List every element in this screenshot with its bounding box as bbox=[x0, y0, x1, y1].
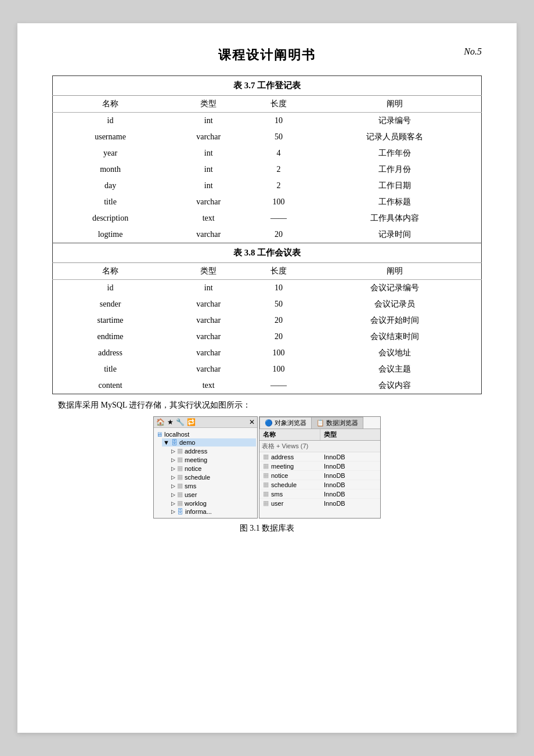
cell-length: 50 bbox=[249, 129, 308, 145]
section-label: 表格 + Views (7) bbox=[259, 441, 380, 452]
right-tabs: 🔵 对象浏览器 📋 数据浏览器 bbox=[259, 417, 380, 429]
cell-length: 10 bbox=[249, 113, 308, 129]
row-type: InnoDB bbox=[324, 472, 377, 479]
cell-type: varchar bbox=[168, 345, 249, 361]
table-row: sender varchar 50 会议记录员 bbox=[53, 296, 482, 312]
cell-desc: 记录人员顾客名 bbox=[308, 129, 481, 145]
table-icon: ▦ bbox=[177, 482, 183, 489]
cell-type: varchar bbox=[168, 194, 249, 210]
right-row-user[interactable]: ▦ user InnoDB bbox=[259, 499, 380, 507]
tab-object-browser[interactable]: 🔵 对象浏览器 bbox=[259, 417, 311, 429]
table2-title: 表 3.8 工作会议表 bbox=[53, 243, 482, 263]
tree-item-meeting[interactable]: ▷ ▦ meeting bbox=[170, 455, 256, 464]
right-row-schedule[interactable]: ▦ schedule InnoDB bbox=[259, 480, 380, 489]
tree-panel: 🖥 localhost ▼ 🗄 demo ▷ bbox=[154, 428, 257, 518]
cell-name: title bbox=[53, 194, 168, 210]
cell-type: int bbox=[168, 178, 249, 194]
right-row-meeting[interactable]: ▦ meeting InnoDB bbox=[259, 462, 380, 471]
table-icon: ▦ bbox=[263, 499, 269, 507]
tree-label: worklog bbox=[185, 500, 207, 507]
cell-type: text bbox=[168, 377, 249, 394]
row-name: sms bbox=[271, 491, 324, 498]
table-row: startime varchar 20 会议开始时间 bbox=[53, 312, 482, 329]
col-length-2: 长度 bbox=[249, 263, 308, 280]
cell-name: day bbox=[53, 178, 168, 194]
tree-item-information[interactable]: ▷ 🗄 informa... bbox=[170, 507, 256, 516]
db-icon: 🗄 bbox=[171, 439, 178, 446]
col-type-1: 类型 bbox=[168, 96, 249, 113]
table-icon: ▦ bbox=[177, 499, 183, 507]
right-row-notice[interactable]: ▦ notice InnoDB bbox=[259, 471, 380, 480]
cell-name: username bbox=[53, 129, 168, 145]
cell-type: varchar bbox=[168, 226, 249, 243]
tree-label: sms bbox=[185, 483, 196, 489]
cell-desc: 会议主题 bbox=[308, 361, 481, 377]
cell-length: 20 bbox=[249, 312, 308, 329]
table-icon: ▦ bbox=[263, 471, 269, 479]
row-name: user bbox=[271, 500, 324, 507]
collapse-arrow: ▷ bbox=[171, 474, 175, 480]
cell-desc: 工作具体内容 bbox=[308, 210, 481, 226]
row-type: InnoDB bbox=[324, 463, 377, 470]
tree-item-demo[interactable]: ▼ 🗄 demo bbox=[162, 438, 256, 447]
fig-caption: 图 3.1 数据库表 bbox=[52, 523, 482, 534]
cell-length: 2 bbox=[249, 178, 308, 194]
cell-name: month bbox=[53, 161, 168, 178]
screenshot-box: 🏠 ★ 🔧 🔁 ✕ 🖥 localhost bbox=[153, 416, 381, 519]
col-length-1: 长度 bbox=[249, 96, 308, 113]
screenshot-container: 🏠 ★ 🔧 🔁 ✕ 🖥 localhost bbox=[52, 416, 482, 519]
close-icon[interactable]: ✕ bbox=[249, 418, 255, 426]
cell-length: 20 bbox=[249, 329, 308, 345]
cell-desc: 工作标题 bbox=[308, 194, 481, 210]
cell-desc: 工作月份 bbox=[308, 161, 481, 178]
right-panel: 🔵 对象浏览器 📋 数据浏览器 名称 类型 表格 + V bbox=[259, 416, 381, 519]
table-icon: ▦ bbox=[177, 465, 183, 472]
cell-length: 20 bbox=[249, 226, 308, 243]
tree-item-user[interactable]: ▷ ▦ user bbox=[170, 490, 256, 499]
cell-name: logtime bbox=[53, 226, 168, 243]
cell-type: varchar bbox=[168, 129, 249, 145]
cell-name: endtime bbox=[53, 329, 168, 345]
table2-header-row: 表 3.8 工作会议表 bbox=[53, 243, 482, 263]
tree-item-schedule[interactable]: ▷ ▦ schedule bbox=[170, 473, 256, 481]
page-title: 课程设计阐明书 bbox=[218, 46, 316, 64]
tab-label: 对象浏览器 bbox=[275, 419, 306, 427]
page-number: No.5 bbox=[464, 46, 482, 57]
cell-length: 4 bbox=[249, 145, 308, 161]
refresh-icon: 🔁 bbox=[187, 418, 196, 426]
tree-item-sms[interactable]: ▷ ▦ sms bbox=[170, 481, 256, 490]
row-name: schedule bbox=[271, 481, 324, 488]
tab-data-browser[interactable]: 📋 数据浏览器 bbox=[311, 417, 363, 429]
row-type: InnoDB bbox=[324, 453, 377, 460]
col-name-2: 名称 bbox=[53, 263, 168, 280]
tree-label: schedule bbox=[185, 474, 210, 481]
tree-label: demo bbox=[179, 439, 196, 446]
table-row: address varchar 100 会议地址 bbox=[53, 345, 482, 361]
cell-type: varchar bbox=[168, 296, 249, 312]
cell-desc: 记录编号 bbox=[308, 113, 481, 129]
cell-name: startime bbox=[53, 312, 168, 329]
cell-type: varchar bbox=[168, 329, 249, 345]
table1-header-row: 表 3.7 工作登记表 bbox=[53, 76, 482, 96]
tree-item-address[interactable]: ▷ ▦ address bbox=[170, 447, 256, 455]
table-icon: ▦ bbox=[177, 447, 183, 455]
table-icon: ▦ bbox=[177, 491, 183, 498]
row-name: address bbox=[271, 453, 324, 460]
tree-item-localhost[interactable]: 🖥 localhost bbox=[155, 430, 256, 438]
server-icon: 🖥 bbox=[156, 431, 163, 438]
table-icon: ▦ bbox=[263, 453, 269, 460]
bottom-text: 数据库采用 MySQL 进行存储，其实行状况如图所示： bbox=[52, 400, 482, 411]
tree-label: informa... bbox=[185, 508, 212, 515]
table-icon: ▦ bbox=[177, 473, 183, 481]
table-icon: ▦ bbox=[263, 490, 269, 498]
cell-type: int bbox=[168, 113, 249, 129]
cell-desc: 会议结束时间 bbox=[308, 329, 481, 345]
tree-item-notice[interactable]: ▷ ▦ notice bbox=[170, 464, 256, 473]
cell-desc: 会议地址 bbox=[308, 345, 481, 361]
cell-name: description bbox=[53, 210, 168, 226]
config-icon: 🔧 bbox=[176, 418, 185, 426]
right-row-address[interactable]: ▦ address InnoDB bbox=[259, 452, 380, 462]
right-row-sms[interactable]: ▦ sms InnoDB bbox=[259, 489, 380, 499]
cell-type: int bbox=[168, 280, 249, 297]
tree-item-worklog[interactable]: ▷ ▦ worklog bbox=[170, 499, 256, 507]
